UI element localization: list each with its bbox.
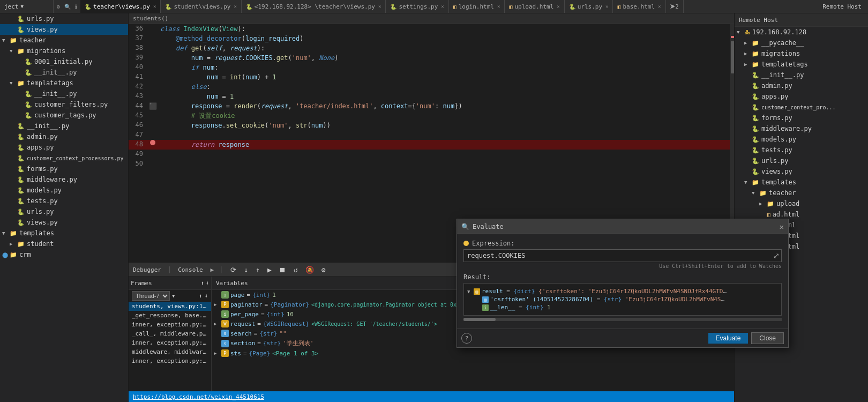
tree-item-init-tt[interactable]: 🐍 __init__.py: [0, 88, 128, 99]
var-paginator[interactable]: ▶ P paginator = {Paginator} <django.core…: [212, 300, 734, 309]
thread-dropdown[interactable]: Thread-7: [132, 291, 170, 301]
thread-nav-up[interactable]: ⬆: [199, 293, 203, 300]
project-selector[interactable]: ject ▼: [0, 0, 54, 13]
step-over-btn[interactable]: ⟳: [228, 265, 238, 275]
tree-item-admin-r[interactable]: 🐍 admin.py: [735, 80, 868, 91]
info-icon[interactable]: ℹ: [74, 3, 78, 11]
tree-item-migrations[interactable]: ▼ 📁 migrations: [0, 46, 128, 56]
tree-item-urls[interactable]: 🐍 urls.py: [0, 206, 128, 217]
tree-item-admin[interactable]: 🐍 admin.py: [0, 131, 128, 142]
tree-item-ex-html[interactable]: ◧ ex.html: [735, 230, 868, 241]
tree-item-middleware[interactable]: 🐍 middleware.py: [0, 174, 128, 185]
frames-collapse-icon[interactable]: ⬇: [205, 280, 209, 287]
tree-item-upload-r[interactable]: ▶ 📁 upload: [735, 198, 868, 209]
tab-close-8[interactable]: ✕: [658, 4, 661, 9]
code-scroll-area[interactable]: 36 class IndexView(View): 37 @method_dec…: [129, 24, 734, 263]
tree-item-crm[interactable]: ⬤ 📁 crm: [0, 249, 128, 260]
thread-nav-down[interactable]: ⬇: [204, 293, 208, 300]
tab-close-2[interactable]: ✕: [234, 4, 236, 9]
tree-item-views-r[interactable]: 🐍 views.py: [735, 166, 868, 177]
search-icon[interactable]: 🔍: [63, 3, 72, 11]
tree-item-student[interactable]: ▶ 📁 student: [0, 239, 128, 249]
tab-close-4[interactable]: ✕: [441, 4, 444, 9]
tree-item-init-main[interactable]: 🐍 __init__.py: [0, 121, 128, 131]
tree-item-urls-top[interactable]: 🐍 urls.py: [0, 13, 128, 24]
tab-upload[interactable]: ◧ upload.html ✕: [505, 0, 564, 13]
tree-item-apps[interactable]: 🐍 apps.py: [0, 142, 128, 153]
tree-item-e-html[interactable]: ◧ e.html: [735, 220, 868, 230]
editor-scrollbar[interactable]: [730, 24, 734, 263]
frame-item-students[interactable]: students, views.py:117: [129, 302, 211, 311]
tree-item-0001[interactable]: 🐍 0001_initial.py: [0, 56, 128, 67]
tab-base[interactable]: ◧ base.html ✕: [613, 0, 665, 13]
tree-item-models-r[interactable]: 🐍 models.py: [735, 134, 868, 145]
tree-item-tests-r[interactable]: 🐍 tests.py: [735, 145, 868, 155]
mute-btn[interactable]: 🔕: [303, 265, 316, 275]
frame-item-inner-1[interactable]: inner, exception.py:34: [129, 320, 211, 329]
frame-item-call[interactable]: _call_, middleware.py:43: [129, 329, 211, 338]
tree-item-in-html[interactable]: ◧ in.html: [735, 241, 868, 252]
tab-close-5[interactable]: ✕: [497, 4, 500, 9]
tree-item-apps-r[interactable]: 🐍 apps.py: [735, 91, 868, 102]
tree-item-templates[interactable]: ▼ 📁 templates: [0, 228, 128, 239]
tree-item-teacher-folder[interactable]: ▼ 📁 teacher: [0, 35, 128, 46]
tree-item-templatetags-r[interactable]: ▶ 📁 templatetags: [735, 59, 868, 70]
tab-remote-teacher-views[interactable]: 🐍 <192.168.92.128> \teacher\views.py ✕: [242, 0, 386, 13]
tree-item-middleware-r[interactable]: 🐍 middleware.py: [735, 123, 868, 134]
tab-close[interactable]: ✕: [153, 4, 156, 9]
var-sts[interactable]: ▶ P sts = {Page} <Page 1 of 3>: [212, 348, 734, 358]
tree-item-teacher-r[interactable]: ▼ 📁 teacher: [735, 188, 868, 198]
tab-student-views[interactable]: 🐍 student\views.py ✕: [161, 0, 241, 13]
step-out-btn[interactable]: ↑: [253, 265, 262, 275]
tree-item-label: middleware.py: [761, 125, 812, 132]
tree-item-tests[interactable]: 🐍 tests.py: [0, 196, 128, 206]
status-url[interactable]: https://blog.csdn.net/weixin_44510615: [133, 393, 264, 400]
tree-item-views-selected[interactable]: 🐍 views.py: [0, 24, 128, 35]
tree-item-init-r[interactable]: 🐍 __init__.py: [735, 70, 868, 80]
tree-item-cust-filters[interactable]: 🐍 customer_filters.py: [0, 99, 128, 110]
var-section[interactable]: s section = {str} '学生列表': [212, 338, 734, 348]
tree-item-pycache[interactable]: ▶ 📁 __pycache__: [735, 38, 868, 48]
tree-item-ad-html[interactable]: ◧ ad.html: [735, 209, 868, 220]
tab-more[interactable]: ⮞2: [666, 0, 684, 13]
resume-btn[interactable]: ▶: [265, 265, 274, 275]
tab-teacher-views[interactable]: 🐍 teacher\views.py ✕: [80, 0, 161, 13]
tree-item-models[interactable]: 🐍 models.py: [0, 185, 128, 196]
var-search[interactable]: s search = {str} "": [212, 329, 734, 338]
var-request[interactable]: ▶ W request = {WSGIRequest} <WSGIRequest…: [212, 319, 734, 329]
step-into-btn[interactable]: ↓: [242, 265, 250, 275]
tree-item-ip[interactable]: ▼ 🖧 192.168.92.128: [735, 27, 868, 38]
tab-settings[interactable]: 🐍 settings.py ✕: [386, 0, 448, 13]
tree-item-forms[interactable]: 🐍 forms.py: [0, 163, 128, 174]
tab-close-7[interactable]: ✕: [605, 4, 608, 9]
tree-item-templatetags[interactable]: ▼ 📁 templatetags: [0, 78, 128, 88]
rerun-btn[interactable]: ↺: [291, 265, 300, 275]
settings-debug-btn[interactable]: ⚙: [319, 265, 328, 275]
frame-item-get-response[interactable]: _get_response, base.py:124: [129, 311, 211, 320]
frame-item-inner-2[interactable]: inner, exception.py:34: [129, 338, 211, 347]
frame-item-middleware[interactable]: middleware, middlware.py:20: [129, 347, 211, 356]
tree-item-ccp-r[interactable]: 🐍 customer_context_pro...: [735, 102, 868, 113]
tree-item-templates-r[interactable]: ▼ 📁 templates: [735, 177, 868, 188]
frame-item-inner-3[interactable]: inner, exception.py:34: [129, 356, 211, 366]
tab-login[interactable]: ◧ login.html ✕: [449, 0, 505, 13]
frames-expand-icon[interactable]: ⬆: [201, 280, 205, 287]
settings-icon[interactable]: ⚙: [56, 3, 61, 11]
tree-item-migrations-r[interactable]: ▶ 📁 migrations: [735, 48, 868, 59]
thread-dropdown-btn[interactable]: ▼: [172, 293, 175, 299]
stop-btn[interactable]: ⏹: [277, 265, 288, 275]
tree-item-views[interactable]: 🐍 views.py: [0, 217, 128, 228]
tab-urls[interactable]: 🐍 urls.py ✕: [565, 0, 613, 13]
tree-item-forms-r[interactable]: 🐍 forms.py: [735, 113, 868, 123]
tree-item-label: teacher: [769, 189, 796, 197]
var-page[interactable]: i page = {int} 1: [212, 290, 734, 300]
tree-item-urls-r[interactable]: 🐍 urls.py: [735, 155, 868, 166]
tree-item-cust-tags[interactable]: 🐍 customer_tags.py: [0, 110, 128, 121]
tree-item-init-migrations[interactable]: 🐍 __init__.py: [0, 67, 128, 78]
tab-close-3[interactable]: ✕: [378, 4, 381, 9]
thread-selector[interactable]: Thread-7 ▼ ⬆ ⬇: [129, 290, 211, 302]
tree-item-ccp[interactable]: 🐍 customer_context_processors.py: [0, 153, 128, 163]
var-per-page[interactable]: i per_page = {int} 10: [212, 309, 734, 319]
py-file-icon: 🐍: [17, 123, 25, 130]
tab-close-6[interactable]: ✕: [557, 4, 559, 9]
